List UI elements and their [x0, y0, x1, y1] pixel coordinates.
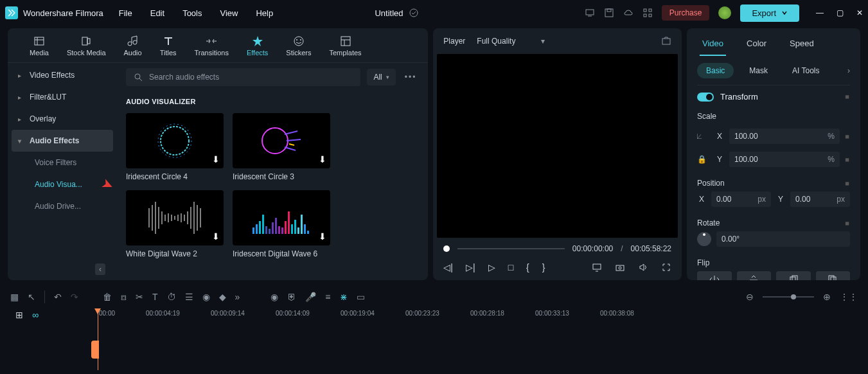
position-y-input[interactable]: 0.00px [790, 191, 850, 207]
more-tools-button[interactable]: » [235, 292, 240, 302]
minimize-button[interactable]: — [816, 8, 824, 17]
camera-icon[interactable] [615, 262, 625, 272]
position-x-input[interactable]: 0.00px [711, 191, 771, 207]
select-tool-icon[interactable]: ↖ [28, 292, 35, 302]
screen-icon[interactable] [592, 262, 602, 272]
snap-button[interactable]: ⋇ [340, 292, 348, 302]
redo-button[interactable]: ↷ [71, 292, 78, 302]
menu-file[interactable]: File [119, 8, 132, 18]
effect-card[interactable]: ⬇ White Digital Wave 2 [126, 190, 224, 258]
search-input[interactable]: Search audio effects [126, 68, 360, 86]
tab-effects[interactable]: Effects [238, 28, 277, 62]
keyframe-icon[interactable]: ◆ [843, 93, 851, 101]
add-track-button[interactable]: ⊞ [15, 310, 23, 320]
scale-x-input[interactable]: 100.00% [729, 129, 840, 144]
tab-stock[interactable]: Stock Media [58, 28, 115, 62]
crop-button[interactable]: ⧈ [121, 292, 127, 303]
keyframe-icon[interactable]: ◆ [843, 218, 851, 227]
link-track-button[interactable]: ∞ [32, 310, 39, 320]
delete-button[interactable]: 🗑 [103, 292, 112, 302]
flip-vertical-button[interactable] [737, 271, 772, 280]
mixer-button[interactable]: ≡ [325, 292, 330, 302]
avatar[interactable] [718, 6, 731, 19]
menu-edit[interactable]: Edit [150, 8, 164, 18]
keyframe-icon[interactable]: ◆ [843, 155, 851, 163]
download-icon[interactable]: ⬇ [212, 231, 220, 242]
maximize-button[interactable]: ▢ [837, 8, 844, 17]
keyframe-icon[interactable]: ◆ [843, 132, 851, 140]
transform-toggle[interactable] [697, 93, 714, 102]
export-button[interactable]: Export [740, 4, 799, 22]
download-icon[interactable]: ⬇ [319, 231, 326, 242]
layout-icon[interactable]: ▦ [10, 292, 19, 302]
zoom-in-button[interactable]: ⊕ [823, 292, 831, 302]
view-options-button[interactable]: ⋮⋮ [840, 292, 858, 302]
sidebar-item-filter-lut[interactable]: ▸Filter&LUT [8, 86, 117, 108]
mark-in-button[interactable]: { [526, 262, 529, 272]
split-button[interactable]: ✂ [136, 292, 143, 302]
mark-out-button[interactable]: } [542, 262, 545, 272]
sidebar-item-overlay[interactable]: ▸Overlay [8, 108, 117, 130]
flip-horizontal-button[interactable] [697, 271, 732, 280]
sidebar-item-audio-effects[interactable]: ▾Audio Effects [12, 130, 113, 152]
filter-dropdown[interactable]: All ▾ [367, 69, 395, 85]
text-button[interactable]: T [152, 292, 158, 302]
lock-icon[interactable]: 🔒 [697, 155, 710, 164]
more-options-button[interactable]: ••• [402, 70, 420, 84]
keyframe-button[interactable]: ◆ [219, 292, 226, 302]
scale-y-input[interactable]: 100.00% [729, 152, 840, 167]
apps-icon[interactable] [642, 8, 653, 18]
play-button[interactable]: ▷ [488, 262, 495, 272]
snapshot-icon[interactable] [661, 36, 671, 46]
sidebar-subitem-audio-drive[interactable]: Audio Drive... [8, 195, 117, 217]
play-forward-button[interactable]: ▷| [466, 262, 475, 272]
download-icon[interactable]: ⬇ [319, 154, 326, 165]
volume-icon[interactable] [638, 262, 648, 272]
tab-titles[interactable]: Titles [151, 28, 186, 62]
subtab-mask[interactable]: Mask [740, 63, 777, 78]
quality-dropdown[interactable]: Full Quality ▾ [477, 37, 545, 46]
color-button[interactable]: ◉ [202, 292, 210, 302]
flip-copy1-button[interactable] [776, 271, 811, 280]
prev-frame-button[interactable]: ◁| [443, 262, 453, 272]
device-icon[interactable] [585, 8, 595, 18]
zoom-slider[interactable] [763, 296, 814, 298]
tab-stickers[interactable]: Stickers [277, 28, 320, 62]
tab-audio[interactable]: Audio [115, 28, 151, 62]
rotate-input[interactable]: 0.00° [716, 231, 850, 247]
keyframe-icon[interactable]: ◆ [843, 179, 851, 187]
shield-icon[interactable]: ⛨ [287, 292, 296, 302]
effect-card[interactable]: ⬇ Iridescent Circle 3 [233, 113, 330, 181]
subtab-ai[interactable]: AI Tools [783, 63, 828, 78]
sidebar-collapse-button[interactable]: ‹ [95, 263, 105, 275]
player-scrubber[interactable]: 00:00:00:00 / 00:05:58:22 [433, 244, 682, 258]
mic-button[interactable]: 🎤 [305, 292, 316, 302]
flip-copy2-button[interactable] [816, 271, 851, 280]
fullscreen-icon[interactable] [661, 262, 671, 272]
link-icon[interactable]: ⟀ [697, 132, 710, 141]
speed-button[interactable]: ⏱ [167, 292, 176, 302]
zoom-out-button[interactable]: ⊖ [746, 292, 754, 302]
props-tab-video[interactable]: Video [700, 35, 726, 56]
tab-templates[interactable]: Templates [320, 28, 370, 62]
tab-transitions[interactable]: Transitions [186, 28, 238, 62]
purchase-button[interactable]: Purchase [662, 5, 710, 21]
tab-media[interactable]: Media [21, 28, 58, 62]
effect-card[interactable]: ⬇ Iridescent Digital Wave 6 [233, 190, 330, 258]
undo-button[interactable]: ↶ [54, 292, 62, 302]
rotate-knob[interactable] [697, 232, 711, 246]
effect-card[interactable]: ⬇ Iridescent Circle 4 [126, 113, 224, 181]
download-icon[interactable]: ⬇ [212, 154, 220, 165]
props-tab-color[interactable]: Color [744, 35, 769, 56]
cloud-icon[interactable] [623, 8, 633, 18]
timeline-tracks[interactable] [8, 332, 860, 370]
timeline-ruler[interactable]: 00:00 00:00:04:19 00:00:09:14 00:00:14:0… [85, 308, 860, 328]
track-clip[interactable] [91, 341, 99, 359]
stop-button[interactable]: □ [508, 262, 513, 272]
close-button[interactable]: ✕ [856, 8, 863, 17]
render-button[interactable]: ▭ [357, 292, 365, 302]
subtab-basic[interactable]: Basic [697, 63, 734, 78]
props-tab-speed[interactable]: Speed [787, 35, 817, 56]
save-icon[interactable] [604, 8, 614, 18]
scrub-handle[interactable] [443, 245, 450, 252]
